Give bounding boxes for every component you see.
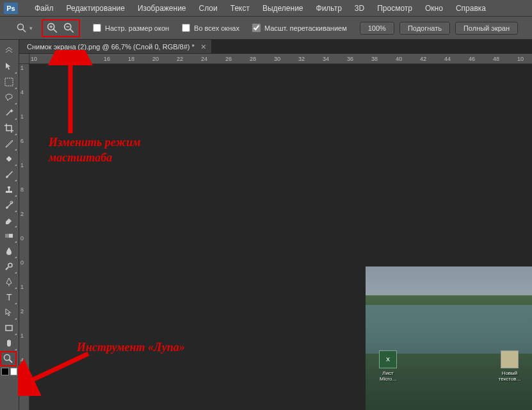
svg-line-1 <box>23 29 26 32</box>
color-swatches[interactable] <box>0 366 19 377</box>
menu-edit[interactable]: Редактирование <box>60 1 131 15</box>
close-tab-icon[interactable]: × <box>201 42 206 52</box>
all-windows-check[interactable]: Во всех окнах <box>182 24 239 32</box>
canvas-area: Снимок экрана (2).png @ 66,7% (Слой 0, R… <box>19 40 532 410</box>
document-tab[interactable]: Снимок экрана (2).png @ 66,7% (Слой 0, R… <box>19 40 211 54</box>
lasso-tool[interactable] <box>0 90 18 105</box>
zoom-100-button[interactable]: 100% <box>360 22 394 35</box>
hand-tool[interactable] <box>0 336 18 351</box>
svg-point-23 <box>4 355 10 361</box>
menu-text[interactable]: Текст <box>224 1 256 15</box>
healing-tool[interactable] <box>0 151 18 167</box>
menu-image[interactable]: Изображение <box>131 1 193 15</box>
menu-layers[interactable]: Слои <box>193 1 224 15</box>
resize-windows-check[interactable]: Настр. размер окон <box>93 24 169 32</box>
desktop-icon: X Лист Micro... <box>375 350 401 382</box>
toolbox: T <box>0 40 19 410</box>
svg-rect-13 <box>8 186 10 188</box>
crop-tool[interactable] <box>0 120 18 136</box>
eraser-tool[interactable] <box>0 213 18 228</box>
menubar: Ps Файл Редактирование Изображение Слои … <box>0 0 532 17</box>
svg-point-19 <box>8 263 12 267</box>
zoom-out-button[interactable] <box>62 22 76 35</box>
document-tab-title: Снимок экрана (2).png @ 66,7% (Слой 0, R… <box>27 43 195 51</box>
magnifier-icon <box>17 23 27 33</box>
stamp-tool[interactable] <box>0 182 18 197</box>
menu-file[interactable]: Файл <box>28 1 60 15</box>
svg-rect-18 <box>5 234 9 238</box>
ruler-horizontal[interactable]: 1012141618202224262830323436384042444648… <box>29 54 532 64</box>
fit-button[interactable]: Подогнать <box>399 22 450 35</box>
options-bar: ▾ Настр. размер окон Во всех окнах Масшт… <box>0 17 532 40</box>
history-brush-tool[interactable] <box>0 197 18 213</box>
ruler-origin[interactable] <box>19 54 29 64</box>
eyedropper-tool[interactable] <box>0 136 18 151</box>
svg-rect-12 <box>8 156 10 161</box>
svg-line-3 <box>54 29 57 32</box>
all-windows-label: Во всех окнах <box>194 24 239 32</box>
scrubby-zoom-check[interactable]: Масшт. перетаскиванием <box>252 24 347 32</box>
blur-tool[interactable] <box>0 243 18 259</box>
fullscreen-button[interactable]: Полный экран <box>455 22 518 35</box>
magic-wand-tool[interactable] <box>0 105 18 120</box>
desktop-icon: Новый текстов... <box>497 350 522 382</box>
menu-select[interactable]: Выделение <box>256 1 310 15</box>
svg-rect-22 <box>6 325 12 331</box>
gradient-tool[interactable] <box>0 228 18 243</box>
menu-filter[interactable]: Фильтр <box>310 1 348 15</box>
brush-tool[interactable] <box>0 167 18 182</box>
svg-line-7 <box>70 29 74 32</box>
resize-windows-label: Настр. размер окон <box>105 24 169 32</box>
zoom-tool[interactable] <box>0 351 17 366</box>
menu-view[interactable]: Просмотр <box>371 1 419 15</box>
svg-rect-15 <box>6 191 12 193</box>
menu-3d[interactable]: 3D <box>348 1 371 15</box>
svg-line-20 <box>6 267 8 270</box>
tool-indicator[interactable]: ▾ <box>13 22 36 35</box>
canvas[interactable]: X Лист Micro... Новый текстов... <box>29 64 532 410</box>
menu-help[interactable]: Справка <box>449 1 492 15</box>
text-tool[interactable]: T <box>0 290 18 305</box>
ruler-vertical[interactable]: 1416182001214 <box>19 64 29 410</box>
app-logo: Ps <box>4 3 18 14</box>
svg-rect-14 <box>8 188 10 191</box>
path-select-tool[interactable] <box>0 305 18 320</box>
collapse-icon[interactable] <box>0 44 18 59</box>
svg-rect-9 <box>5 78 13 86</box>
scrubby-label: Масшт. перетаскиванием <box>264 24 347 32</box>
dodge-tool[interactable] <box>0 259 18 274</box>
zoom-in-button[interactable] <box>45 22 60 35</box>
marquee-tool[interactable] <box>0 74 18 90</box>
pen-tool[interactable] <box>0 274 18 290</box>
zoom-mode-highlight <box>42 19 80 37</box>
canvas-image: X Лист Micro... Новый текстов... <box>366 266 532 410</box>
svg-text:T: T <box>6 292 12 302</box>
foreground-swatch[interactable] <box>1 368 9 375</box>
background-swatch[interactable] <box>10 368 18 375</box>
svg-line-24 <box>10 360 13 363</box>
move-tool[interactable] <box>0 59 18 74</box>
menu-window[interactable]: Окно <box>419 1 449 15</box>
svg-point-0 <box>18 24 24 29</box>
shape-tool[interactable] <box>0 320 18 336</box>
